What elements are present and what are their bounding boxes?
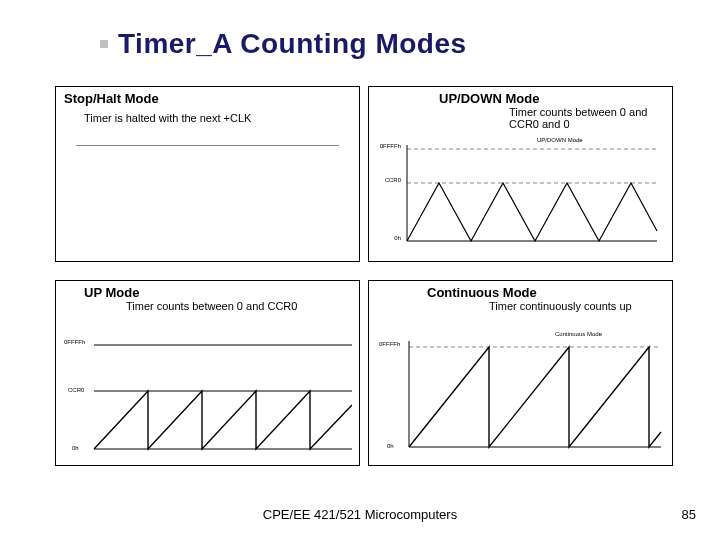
slide-container: Timer_A Counting Modes Stop/Halt Mode Ti…: [0, 0, 720, 540]
footer-text: CPE/EE 421/521 Microcomputers: [0, 507, 720, 522]
quadrant-stop-halt: Stop/Halt Mode Timer is halted with the …: [55, 86, 360, 262]
updown-chart-svg: [377, 135, 665, 255]
stop-halt-divider: [76, 145, 339, 146]
continuous-top-label: Continuous Mode: [555, 331, 602, 337]
title-bullet-icon: [100, 40, 108, 48]
updown-ylabel-bot: 0h: [373, 235, 401, 241]
continuous-ylabel-top: 0FFFFh: [379, 341, 400, 347]
updown-ylabel-mid: CCR0: [373, 177, 401, 183]
continuous-sub: Timer continuously counts up: [369, 300, 672, 312]
quadrant-up: UP Mode Timer counts between 0 and CCR0 …: [55, 280, 360, 466]
page-number: 85: [682, 507, 696, 522]
up-chart: 0FFFFh CCR0 0h: [64, 327, 351, 459]
up-ylabel-bot: 0h: [72, 445, 79, 451]
up-sub: Timer counts between 0 and CCR0: [56, 300, 359, 312]
updown-header: UP/DOWN Mode: [369, 87, 672, 106]
updown-chart: 0FFFFh CCR0 0h UP/DOWN Mode: [377, 135, 664, 255]
updown-top-label: UP/DOWN Mode: [537, 137, 583, 143]
continuous-chart-svg: [377, 327, 665, 459]
quadrant-continuous: Continuous Mode Timer continuously count…: [368, 280, 673, 466]
up-ylabel-mid: CCR0: [68, 387, 84, 393]
up-ylabel-top: 0FFFFh: [64, 339, 85, 345]
updown-ylabel-top: 0FFFFh: [373, 143, 401, 149]
stop-halt-header: Stop/Halt Mode: [56, 87, 359, 106]
up-chart-svg: [64, 327, 352, 459]
up-header: UP Mode: [56, 281, 359, 300]
continuous-chart: 0FFFFh 0h Continuous Mode: [377, 327, 664, 459]
title-row: Timer_A Counting Modes: [100, 28, 467, 60]
stop-halt-sub: Timer is halted with the next +CLK: [56, 112, 359, 124]
slide-title: Timer_A Counting Modes: [118, 28, 467, 60]
quadrant-updown: UP/DOWN Mode Timer counts between 0 and …: [368, 86, 673, 262]
continuous-ylabel-bot: 0h: [387, 443, 394, 449]
continuous-header: Continuous Mode: [369, 281, 672, 300]
updown-sub: Timer counts between 0 and CCR0 and 0: [369, 106, 672, 130]
